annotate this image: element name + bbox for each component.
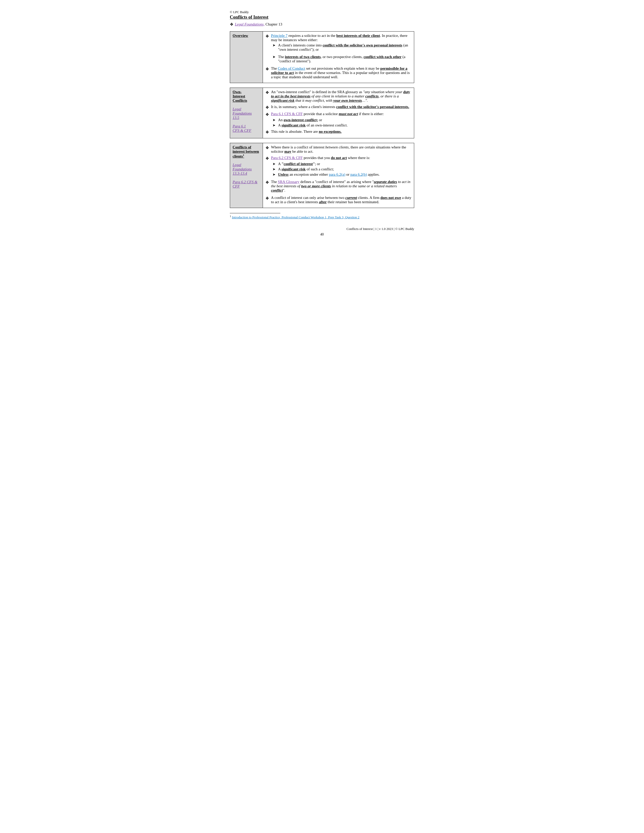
sra-glossary-link[interactable]: SRA Glossary [278,180,299,184]
conflicts-bullet-3: ❖ The SRA Glossary defines a "conflict o… [266,180,411,193]
footnote-sup: 1 [243,154,244,156]
conflicts-bullet-2-text: Para 6.2 CFS & CFF provides that you do … [271,156,370,160]
conflicts-arrow-2: ➤ A significant risk of such a conflict; [272,167,411,171]
legal-foundations-link[interactable]: Legal Foundations, [235,22,265,26]
subtitle-chapter: Chapter 13 [265,22,282,26]
footnote-link[interactable]: Introduction to Professional Practice, P… [232,215,359,219]
conflicts-between-table: Conflicts of interest between clients1 L… [230,143,414,208]
conflicts-bullet-1: ❖ Where there is a conflict of interest … [266,145,411,154]
own-interest-bullet-3: ❖ Para 6.1 CFS & CFF provide that a soli… [266,112,411,117]
own-interest-bullet-1: ❖ An "own-interest conflict" is defined … [266,90,411,103]
conflicts-bullet-3-text: The SRA Glossary defines a "conflict of … [271,180,411,193]
own-interest-bullet-2-text: It is, in summary, where a client's inte… [271,105,409,109]
subtitle: ❖ Legal Foundations, Chapter 13 [230,22,414,27]
own-interest-legal-foundations-link[interactable]: LegalFoundations13.5 [233,107,260,120]
conflicts-arrow-3-text: Unless an exception under either para 6.… [278,172,380,177]
diamond-icon-2: ❖ [266,66,271,71]
footer-right-text: Conflicts of Interest | 1 | v 1.0 2023 |… [346,227,414,231]
para61-cfs-cff-link[interactable]: Para 6.1 CFS & CFF [271,112,303,116]
arrow-icon-4: ➤ [272,123,278,127]
footnote: 1 Introduction to Professional Practice,… [230,215,414,219]
overview-bullet-2: ❖ The Codes of Conduct set out provision… [266,66,411,79]
overview-arrow-1-text: A client's interests come into conflict … [278,43,411,52]
footnote-number: 1 [230,215,231,217]
diamond-icon-9: ❖ [266,180,271,185]
subtitle-link[interactable]: Legal Foundations, Chapter 13 [235,22,282,26]
subtitle-link-text: Legal Foundations, [235,22,265,26]
overview-left-cell: Overview [230,32,263,83]
footer: Conflicts of Interest | 1 | v 1.0 2023 |… [230,227,414,231]
own-interest-bullet-3-text: Para 6.1 CFS & CFF provide that a solici… [271,112,384,116]
para62b-link[interactable]: para 6.2(b) [350,172,367,177]
arrow-icon-6: ➤ [272,167,278,171]
arrow-icon-2: ➤ [272,55,278,59]
overview-arrow-1: ➤ A client's interests come into conflic… [272,43,411,52]
conflicts-bullet-2: ❖ Para 6.2 CFS & CFF provides that you d… [266,156,411,161]
conflicts-between-title: Conflicts of interest between clients1 [233,145,260,159]
diamond-bullet-subtitle: ❖ [230,22,233,27]
diamond-icon-10: ❖ [266,196,271,201]
own-interest-arrow-2-text: A significant risk of an own-interest co… [278,123,348,127]
main-title: Conflicts of Interest [230,14,414,20]
legal-foundations-13-5-link[interactable]: LegalFoundations13.5 [233,107,252,120]
diamond-icon-5: ❖ [266,112,271,117]
codes-of-conduct-link[interactable]: Codes of Conduct [278,66,305,71]
principle7-link[interactable]: Principle 7 [271,34,287,38]
diamond-icon-8: ❖ [266,156,271,161]
arrow-icon-3: ➤ [272,118,278,122]
diamond-icon-6: ❖ [266,130,271,135]
own-interest-bullet-1-text: An "own-interest conflict" is defined in… [271,90,411,103]
overview-bullet-1-text: Principle 7 requires a solicitor to act … [271,34,411,42]
conflicts-bullet-1-text: Where there is a conflict of interest be… [271,145,411,154]
arrow-icon-1: ➤ [272,43,278,47]
page-number: 40 [230,233,414,236]
conflicts-legal-foundations-link[interactable]: LegalFoundations13.3-13.4 [233,163,260,176]
conflicts-arrow-1: ➤ A "conflict of interest"; or [272,162,411,166]
conflicts-between-left-cell: Conflicts of interest between clients1 L… [230,143,263,208]
conflicts-para62-link[interactable]: Para 6.2 CFS &CFF [233,180,260,188]
own-interest-para61-link[interactable]: Para 6.1CFS & CFF [233,124,260,133]
conflicts-arrow-3: ➤ Unless an exception under either para … [272,172,411,177]
overview-arrow-2: ➤ The interests of two clients, or two p… [272,55,411,63]
own-interest-arrow-1-text: An own-interest conflict; or [278,118,322,122]
legal-foundations-13-3-link[interactable]: LegalFoundations13.3-13.4 [233,163,252,175]
conflicts-bullet-4: ❖ A conflict of interest can only arise … [266,196,411,204]
overview-bullet-1: ❖ Principle 7 requires a solicitor to ac… [266,34,411,42]
conflicts-arrow-2-text: A significant risk of such a conflict; [278,167,334,171]
conflicts-arrow-1-text: A "conflict of interest"; or [278,162,320,166]
overview-arrow-2-text: The interests of two clients, or two pro… [278,55,411,63]
diamond-icon-7: ❖ [266,145,271,150]
para62-cfs-cff-link[interactable]: Para 6.2 CFS & CFF [271,156,303,160]
arrow-icon-5: ➤ [272,162,278,166]
diamond-icon-1: ❖ [266,34,271,39]
arrow-icon-7: ➤ [272,172,278,177]
own-interest-bullet-4: ❖ This rule is absolute. There are no ex… [266,130,411,135]
own-interest-table: Own-InterestConflicts LegalFoundations13… [230,88,414,138]
para62a-link[interactable]: para 6.2(a) [329,172,345,177]
overview-title: Overview [233,34,248,38]
conflicts-between-right-cell: ❖ Where there is a conflict of interest … [263,143,414,208]
overview-table: Overview ❖ Principle 7 requires a solici… [230,31,414,83]
para62-link[interactable]: Para 6.2 CFS &CFF [233,180,258,188]
own-interest-arrow-1: ➤ An own-interest conflict; or [272,118,411,122]
own-interest-bullet-2: ❖ It is, in summary, where a client's in… [266,105,411,110]
diamond-icon-4: ❖ [266,105,271,110]
own-interest-right-cell: ❖ An "own-interest conflict" is defined … [263,88,414,138]
overview-bullet-2-text: The Codes of Conduct set out provisions … [271,66,411,79]
own-interest-left-cell: Own-InterestConflicts LegalFoundations13… [230,88,263,138]
overview-right-cell: ❖ Principle 7 requires a solicitor to ac… [263,32,414,83]
own-interest-arrow-2: ➤ A significant risk of an own-interest … [272,123,411,127]
own-interest-bullet-4-text: This rule is absolute. There are no exce… [271,130,341,134]
own-interest-title: Own-InterestConflicts [233,90,260,103]
para61-link[interactable]: Para 6.1CFS & CFF [233,124,251,132]
copyright-text: © LPC Buddy [230,10,414,14]
conflicts-bullet-4-text: A conflict of interest can only arise be… [271,196,411,204]
diamond-icon-3: ❖ [266,90,271,95]
